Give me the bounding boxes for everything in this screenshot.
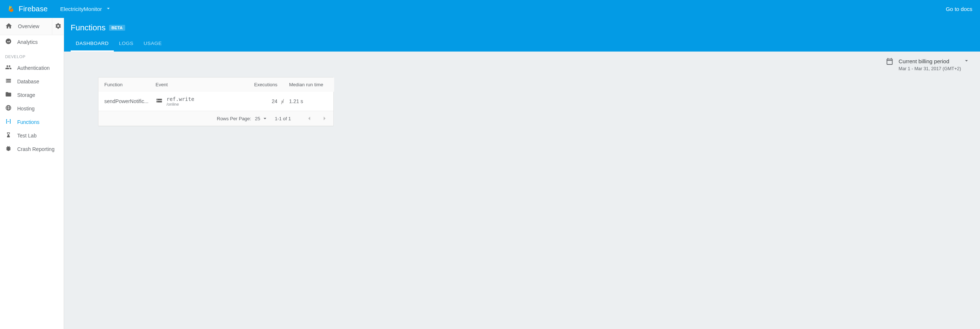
th-event[interactable]: Event xyxy=(150,78,245,92)
project-selector[interactable]: ElectricityMonitor xyxy=(60,5,111,13)
page-prev-button[interactable] xyxy=(305,115,313,122)
sidebar: Overview Analytics DEVELOP Authenticatio… xyxy=(0,18,64,190)
page: Functions BETA DASHBOARD LOGS USAGE Curr… xyxy=(64,18,980,190)
sidebar-item-functions[interactable]: Functions xyxy=(0,115,64,129)
brand[interactable]: Firebase xyxy=(5,5,50,14)
sidebar-item-analytics[interactable]: Analytics xyxy=(0,35,64,49)
th-function[interactable]: Function xyxy=(99,78,150,92)
sidebar-item-label: Storage xyxy=(17,92,35,98)
sidebar-item-label: Hosting xyxy=(17,106,34,111)
analytics-icon xyxy=(5,38,12,46)
calendar-icon xyxy=(886,57,894,66)
tab-logs[interactable]: LOGS xyxy=(114,37,139,52)
gear-icon xyxy=(55,23,62,30)
sidebar-item-crash[interactable]: Crash Reporting xyxy=(0,142,64,156)
svg-point-0 xyxy=(6,39,11,44)
sidebar-item-storage[interactable]: Storage xyxy=(0,88,64,101)
project-name: ElectricityMonitor xyxy=(60,6,102,12)
page-header: Functions BETA DASHBOARD LOGS USAGE xyxy=(64,18,980,52)
rows-per-page-select[interactable]: 25 xyxy=(255,115,268,122)
sidebar-item-authentication[interactable]: Authentication xyxy=(0,61,64,74)
table-row[interactable]: sendPowerNotific... ref.write /online xyxy=(99,92,334,111)
sidebar-item-hosting[interactable]: Hosting xyxy=(0,101,64,115)
home-icon xyxy=(5,22,13,31)
page-next-button[interactable] xyxy=(321,115,328,122)
testlab-icon xyxy=(5,131,12,139)
rows-per-page-label: Rows Per Page: xyxy=(217,116,251,121)
folder-icon xyxy=(5,91,12,99)
sidebar-item-label: Authentication xyxy=(17,65,50,71)
page-title: Functions xyxy=(71,23,105,33)
sidebar-item-label: Database xyxy=(17,79,39,84)
tab-usage[interactable]: USAGE xyxy=(139,37,167,52)
caret-down-icon xyxy=(105,5,111,13)
th-executions[interactable]: Executions xyxy=(245,78,283,92)
billing-period-selector[interactable]: Current billing period Mar 1 - Mar 31, 2… xyxy=(71,57,974,71)
sidebar-section-develop: DEVELOP xyxy=(0,49,64,61)
go-to-docs-link[interactable]: Go to docs xyxy=(946,6,972,12)
table-footer: Rows Per Page: 25 1-1 of 1 xyxy=(99,111,333,126)
cell-event-name: ref.write xyxy=(167,96,194,102)
caret-down-icon xyxy=(963,57,970,65)
tab-dashboard[interactable]: DASHBOARD xyxy=(71,37,114,52)
th-median[interactable]: Median run time xyxy=(283,78,334,92)
beta-badge: BETA xyxy=(109,25,125,31)
topbar: Firebase ElectricityMonitor Go to docs xyxy=(0,0,980,18)
pagination-range: 1-1 of 1 xyxy=(275,116,291,121)
sidebar-overview[interactable]: Overview xyxy=(0,18,52,35)
bug-icon xyxy=(5,145,12,153)
database-event-icon xyxy=(156,97,163,106)
sparkline-icon xyxy=(281,98,285,105)
settings-button[interactable] xyxy=(52,18,64,35)
sidebar-item-testlab[interactable]: Test Lab xyxy=(0,129,64,142)
database-icon xyxy=(5,78,12,85)
functions-table: Function Event Executions Median run tim… xyxy=(99,78,334,111)
sidebar-item-label: Test Lab xyxy=(17,133,37,139)
functions-table-card: Function Event Executions Median run tim… xyxy=(98,77,334,126)
people-icon xyxy=(5,64,12,72)
sidebar-item-label: Analytics xyxy=(17,39,38,45)
sidebar-item-database[interactable]: Database xyxy=(0,74,64,88)
cell-median: 1.21 s xyxy=(283,92,334,111)
cell-executions: 24 xyxy=(272,98,277,104)
firebase-logo-icon xyxy=(7,5,15,14)
sidebar-item-label: Functions xyxy=(17,119,40,125)
cell-function-name: sendPowerNotific... xyxy=(99,92,150,111)
billing-period-label: Current billing period xyxy=(899,58,949,64)
brand-name: Firebase xyxy=(19,5,48,13)
billing-period-range: Mar 1 - Mar 31, 2017 (GMT+2) xyxy=(899,66,970,71)
globe-icon xyxy=(5,104,12,112)
content: Current billing period Mar 1 - Mar 31, 2… xyxy=(64,52,980,132)
cell-event-path: /online xyxy=(167,102,194,106)
functions-icon xyxy=(5,118,12,126)
tabs: DASHBOARD LOGS USAGE xyxy=(64,37,980,52)
rows-per-page-value: 25 xyxy=(255,116,260,121)
sidebar-item-label: Crash Reporting xyxy=(17,146,54,152)
sidebar-overview-label: Overview xyxy=(18,24,39,29)
